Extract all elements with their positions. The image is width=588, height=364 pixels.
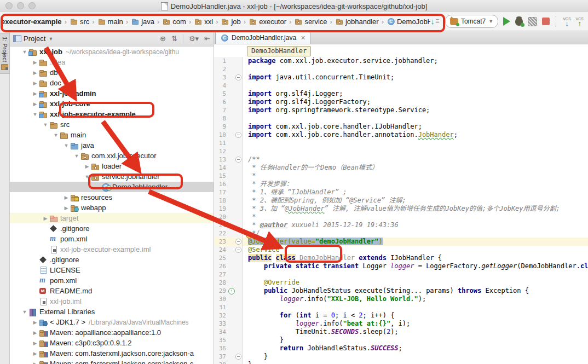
minimize-window-button[interactable] xyxy=(17,2,24,9)
collapse-panel-icon[interactable]: ⇤ xyxy=(204,34,210,43)
code-line-17[interactable]: 17 * 1、继承 “IJobHandler” ; xyxy=(214,188,588,197)
locate-icon[interactable]: ⊕ xyxy=(160,34,166,43)
code-line-22[interactable]: 22 */ xyxy=(214,229,588,238)
code-line-34[interactable]: 34 TimeUnit.SECONDS.sleep(2); xyxy=(214,328,588,336)
tree-item-doc[interactable]: ▶doc xyxy=(10,78,214,88)
breadcrumb-item-service[interactable]: service xyxy=(294,17,327,26)
tree-item-loader[interactable]: ▶loader xyxy=(10,161,214,171)
code-line-29[interactable]: 29↑ public JobHandleStatus execute(Strin… xyxy=(214,287,588,295)
code-area[interactable]: 1package com.xxl.job.executor.service.jo… xyxy=(214,44,588,364)
collapse-arrow-icon[interactable]: ▼ xyxy=(62,143,70,148)
navigate-down-icon[interactable]: ↓ xyxy=(430,18,439,25)
code-line-32[interactable]: 32 for (int i = 0; i < 2; i++) { xyxy=(214,311,588,320)
code-line-35[interactable]: 35 } xyxy=(214,336,588,344)
close-icon[interactable]: ✕ xyxy=(301,34,305,42)
tree-item-.idea[interactable]: ▶.idea xyxy=(10,57,214,67)
fold-marker-icon[interactable] xyxy=(235,239,241,245)
tree-item-xxl-job.iml[interactable]: xxl-job.iml xyxy=(10,296,214,307)
code-line-37[interactable]: 37 } xyxy=(214,353,588,361)
expand-arrow-icon[interactable]: ▶ xyxy=(31,361,39,364)
tree-item-service.jobhandler[interactable]: ▼service.jobhandler xyxy=(10,171,214,182)
code-line-15[interactable]: 15 * xyxy=(214,172,588,180)
collapse-arrow-icon[interactable]: ▼ xyxy=(21,49,28,55)
tree-item-.gitignore[interactable]: .gitignore xyxy=(10,223,214,234)
code-line-4[interactable]: 4 xyxy=(214,82,588,90)
close-window-button[interactable] xyxy=(5,2,13,9)
code-line-12[interactable]: 12 xyxy=(214,147,588,155)
code-line-14[interactable]: 14 * 任务Handler的一个Demo（Bean模式） xyxy=(214,164,588,172)
code-line-31[interactable]: 31 xyxy=(214,303,588,311)
split-icon[interactable]: ⇅ xyxy=(171,34,177,43)
tree-item-xxl-job-core[interactable]: ▶xxl-job-core xyxy=(10,99,214,109)
collapse-arrow-icon[interactable]: ▼ xyxy=(83,174,91,180)
code-line-23[interactable]: 23@JobHander(value="demoJobHandler") xyxy=(214,238,588,246)
fold-marker-icon[interactable] xyxy=(235,74,241,80)
tree-item-maven-c3p0-c3p0-0.9.1.2[interactable]: ▶Maven: c3p0:c3p0:0.9.1.2 xyxy=(10,338,214,348)
code-line-20[interactable]: 20 * xyxy=(214,213,588,221)
code-line-38[interactable]: 38} xyxy=(214,361,588,364)
code-line-10[interactable]: 10import com.xxl.job.core.handler.annota… xyxy=(214,131,588,139)
tree-item-external-libraries[interactable]: ▼External Libraries xyxy=(10,307,214,317)
expand-arrow-icon[interactable]: ▶ xyxy=(31,330,39,336)
expand-arrow-icon[interactable]: ▶ xyxy=(31,91,39,96)
breadcrumb-item-java[interactable]: java xyxy=(131,17,154,26)
fold-marker-icon[interactable] xyxy=(235,354,241,360)
collapse-arrow-icon[interactable]: ▼ xyxy=(31,112,39,117)
collapse-arrow-icon[interactable]: ▼ xyxy=(73,153,80,159)
tree-item-xxl-job-executor-example[interactable]: ▼xxl-job-executor-example xyxy=(10,109,214,119)
code-line-3[interactable]: 3import java.util.concurrent.TimeUnit; xyxy=(214,73,588,82)
fold-marker-icon[interactable] xyxy=(235,132,241,138)
tree-item-demojobhandler[interactable]: DemoJobHandler xyxy=(10,182,214,192)
code-line-1[interactable]: 1package com.xxl.job.executor.service.jo… xyxy=(214,57,588,65)
fold-marker-icon[interactable] xyxy=(235,247,241,253)
tree-item-pom.xml[interactable]: pom.xml xyxy=(10,275,214,286)
code-line-26[interactable]: 26 private static transient Logger logge… xyxy=(214,262,588,270)
project-tool-window-button[interactable]: 1: Project xyxy=(0,33,10,74)
breadcrumb-item-com[interactable]: com xyxy=(162,17,186,26)
tree-item-pom.xml[interactable]: pom.xml xyxy=(10,234,214,244)
expand-arrow-icon[interactable]: ▶ xyxy=(62,205,70,211)
code-line-16[interactable]: 16 * 开发步骤： xyxy=(214,180,588,188)
debug-button[interactable] xyxy=(515,18,523,26)
tree-item-maven-com.fasterxml.jackson.core-jackson-a[interactable]: ▶Maven: com.fasterxml.jackson.core:jacks… xyxy=(10,348,214,359)
zoom-window-button[interactable] xyxy=(28,2,36,9)
tree-item-src[interactable]: ▼src xyxy=(10,119,214,130)
collapse-arrow-icon[interactable]: ▼ xyxy=(52,132,60,138)
tree-item-xxl-job-admin[interactable]: ▶xxl-job-admin xyxy=(10,88,214,99)
tree-item-main[interactable]: ▼main xyxy=(10,130,214,140)
code-line-5[interactable]: 5import org.slf4j.Logger; xyxy=(214,90,588,98)
expand-arrow-icon[interactable]: ▶ xyxy=(31,351,39,356)
expand-arrow-icon[interactable]: ▶ xyxy=(31,101,39,107)
tree-item-webapp[interactable]: ▶webapp xyxy=(10,203,214,213)
breadcrumb-item-DemoJobHandler[interactable]: DemoJobHandler xyxy=(387,17,430,26)
vcs-update-button[interactable]: VCS↓ xyxy=(563,17,570,26)
code-line-36[interactable]: 36 return JobHandleStatus.SUCCESS; xyxy=(214,344,588,353)
tree-item-xxl-job[interactable]: ▼xxl-job~/workspaces/idea-git-workspace/… xyxy=(10,47,214,57)
run-configuration-select[interactable]: Tomcat7 ▼ xyxy=(445,15,498,28)
tree-item-com.xxl.job.executor[interactable]: ▼com.xxl.job.executor xyxy=(10,151,214,161)
code-line-6[interactable]: 6import org.slf4j.LoggerFactory; xyxy=(214,98,588,106)
tree-item-db[interactable]: ▶db xyxy=(10,67,214,78)
tree-item-target[interactable]: ▶target xyxy=(10,213,214,223)
expand-arrow-icon[interactable]: ▶ xyxy=(83,164,91,169)
code-line-13[interactable]: 13/** xyxy=(214,155,588,164)
breadcrumb-item-src[interactable]: src xyxy=(70,17,89,26)
tree-item--jdk1.7-[interactable]: ▶< JDK1.7 >/Library/Java/JavaVirtualMach… xyxy=(10,317,214,327)
code-line-18[interactable]: 18 * 2、装配到Spring, 例如加 “@Service” 注解; xyxy=(214,197,588,205)
intention-bulb-icon[interactable] xyxy=(246,232,253,239)
fold-marker-icon[interactable] xyxy=(235,157,241,163)
tree-item-resources[interactable]: ▶resources xyxy=(10,192,214,203)
code-line-19[interactable]: 19 * 3、加 “@JobHander” 注解, 注解value值为新增任务生… xyxy=(214,205,588,213)
code-line-9[interactable]: 9import com.xxl.job.core.handler.IJobHan… xyxy=(214,123,588,131)
tree-item-xxl-job-executor-example.iml[interactable]: xxl-job-executor-example.iml xyxy=(10,244,214,255)
code-line-21[interactable]: 21 * @author xuxueli 2015-12-19 19:43:36 xyxy=(214,221,588,229)
code-line-30[interactable]: 30 logger.info("XXL-JOB, Hello World."); xyxy=(214,295,588,303)
tree-item-java[interactable]: ▼java xyxy=(10,140,214,151)
code-line-7[interactable]: 7import org.springframework.stereotype.S… xyxy=(214,106,588,114)
overriding-method-icon[interactable]: ↑ xyxy=(228,288,235,294)
code-line-8[interactable]: 8 xyxy=(214,114,588,123)
breadcrumb-item-main[interactable]: main xyxy=(97,17,123,26)
vcs-commit-button[interactable]: VCS↑ xyxy=(576,17,584,26)
editor[interactable]: DemoJobHandler.java ✕ DemoJobHandler 1pa… xyxy=(214,31,588,364)
tab-demojobhandler[interactable]: DemoJobHandler.java ✕ xyxy=(215,31,310,44)
